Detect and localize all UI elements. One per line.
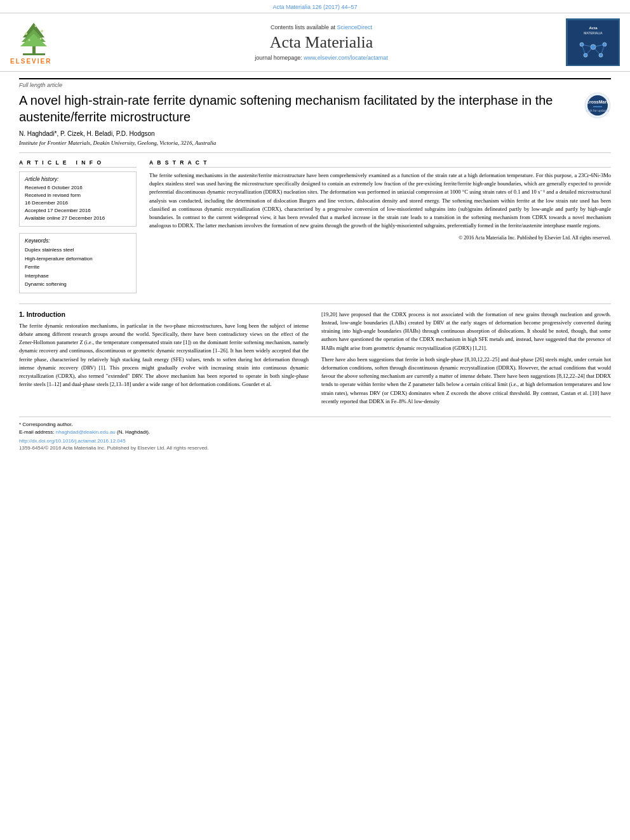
intro-para-3: There have also been suggestions that fe… xyxy=(321,356,611,406)
acta-logo-icon: Acta MATERIALIA xyxy=(568,20,619,65)
svg-text:click for updates: click for updates xyxy=(586,109,610,112)
copyright-line: © 2016 Acta Materialia Inc. Published by… xyxy=(149,235,611,241)
intro-para-1: The ferrite dynamic restoration mechanis… xyxy=(19,322,309,389)
body-two-columns: 1. Introduction The ferrite dynamic rest… xyxy=(19,310,611,409)
email-note: E-mail address: nhaghdad@deakin.edu.au (… xyxy=(19,429,611,436)
keyword-2: High-temperature deformation xyxy=(25,255,131,263)
abstract-label: A B S T R A C T xyxy=(149,159,611,168)
article-info-label: A R T I C L E I N F O xyxy=(19,159,137,168)
intro-heading: 1. Introduction xyxy=(19,310,309,318)
article-type-label: Full length article xyxy=(19,78,611,88)
keywords-label: Keywords: xyxy=(25,237,131,244)
body-section: 1. Introduction The ferrite dynamic rest… xyxy=(19,303,611,409)
contents-line: Contents lists available at ScienceDirec… xyxy=(93,24,550,30)
keyword-1: Duplex stainless steel xyxy=(25,246,131,255)
journal-header-right: Acta MATERIALIA xyxy=(556,18,620,66)
keyword-5: Dynamic softening xyxy=(25,280,131,289)
svg-text:Acta: Acta xyxy=(589,26,598,30)
journal-header-center: Contents lists available at ScienceDirec… xyxy=(86,24,556,61)
svg-point-9 xyxy=(35,25,37,27)
right-column: A B S T R A C T The ferrite softening me… xyxy=(149,159,611,293)
issn-line: 1359-6454/© 2016 Acta Materialia Inc. Pu… xyxy=(19,445,611,451)
acta-logo-box: Acta MATERIALIA xyxy=(566,18,620,66)
journal-header: ELSEVIER Contents lists available at Sci… xyxy=(0,13,630,72)
main-content: Full length article A novel high-strain-… xyxy=(0,72,630,461)
keyword-3: Ferrite xyxy=(25,263,131,272)
intro-para-2: [19,20] have proposed that the CDRX proc… xyxy=(321,310,611,352)
svg-point-7 xyxy=(29,39,30,41)
body-right-col: [19,20] have proposed that the CDRX proc… xyxy=(321,310,611,409)
footer: * Corresponding author. E-mail address: … xyxy=(19,417,611,455)
body-left-col: 1. Introduction The ferrite dynamic rest… xyxy=(19,310,309,409)
journal-header-left: ELSEVIER xyxy=(10,20,86,65)
history-label: Article history: xyxy=(25,176,131,182)
svg-point-6 xyxy=(41,30,43,32)
keywords-box: Keywords: Duplex stainless steel High-te… xyxy=(19,233,137,293)
svg-point-8 xyxy=(40,38,42,40)
citation-bar: Acta Materialia 126 (2017) 44–57 xyxy=(0,0,630,13)
journal-homepage-line: journal homepage: www.elsevier.com/locat… xyxy=(93,55,550,61)
received-revised-label: Received in revised form xyxy=(25,192,131,199)
article-info-abstract-section: A R T I C L E I N F O Article history: R… xyxy=(19,152,611,293)
received-date-1: Received 6 October 2016 xyxy=(25,184,131,192)
affiliation: Institute for Frontier Materials, Deakin… xyxy=(19,140,611,146)
svg-point-5 xyxy=(25,32,27,35)
doi-link[interactable]: http://dx.doi.org/10.1016/j.actamat.2016… xyxy=(19,438,611,444)
svg-point-25 xyxy=(587,95,608,116)
article-title: A novel high-strain-rate ferrite dynamic… xyxy=(19,92,611,125)
keyword-4: Interphase xyxy=(25,272,131,281)
email-link[interactable]: nhaghdad@deakin.edu.au xyxy=(56,429,116,435)
svg-text:MATERIALIA: MATERIALIA xyxy=(584,31,603,35)
elsevier-tree-icon xyxy=(10,20,58,57)
available-date: Available online 27 December 2016 xyxy=(25,215,131,222)
svg-rect-1 xyxy=(23,53,45,55)
abstract-text: The ferrite softening mechanisms in the … xyxy=(149,171,611,230)
corresponding-note: * Corresponding author. xyxy=(19,421,611,429)
elsevier-wordmark: ELSEVIER xyxy=(10,58,51,65)
elsevier-logo: ELSEVIER xyxy=(10,20,86,65)
left-column: A R T I C L E I N F O Article history: R… xyxy=(19,159,137,293)
authors-line: N. Haghdadi*, P. Cizek, H. Beladi, P.D. … xyxy=(19,130,611,137)
accepted-date: Accepted 17 December 2016 xyxy=(25,207,131,215)
crossmark-icon[interactable]: CrossMark click for updates xyxy=(584,92,611,119)
homepage-url[interactable]: www.elsevier.com/locate/actamat xyxy=(304,55,388,61)
svg-rect-0 xyxy=(32,46,36,54)
journal-title: Acta Materialia xyxy=(93,33,550,52)
page-wrapper: Acta Materialia 126 (2017) 44–57 xyxy=(0,0,630,461)
article-history-box: Article history: Received 6 October 2016… xyxy=(19,171,137,227)
received-date-2: 16 December 2016 xyxy=(25,199,131,207)
sciencedirect-link[interactable]: ScienceDirect xyxy=(337,24,373,30)
svg-text:CrossMark: CrossMark xyxy=(586,100,609,104)
citation-text: Acta Materialia 126 (2017) 44–57 xyxy=(272,4,357,10)
